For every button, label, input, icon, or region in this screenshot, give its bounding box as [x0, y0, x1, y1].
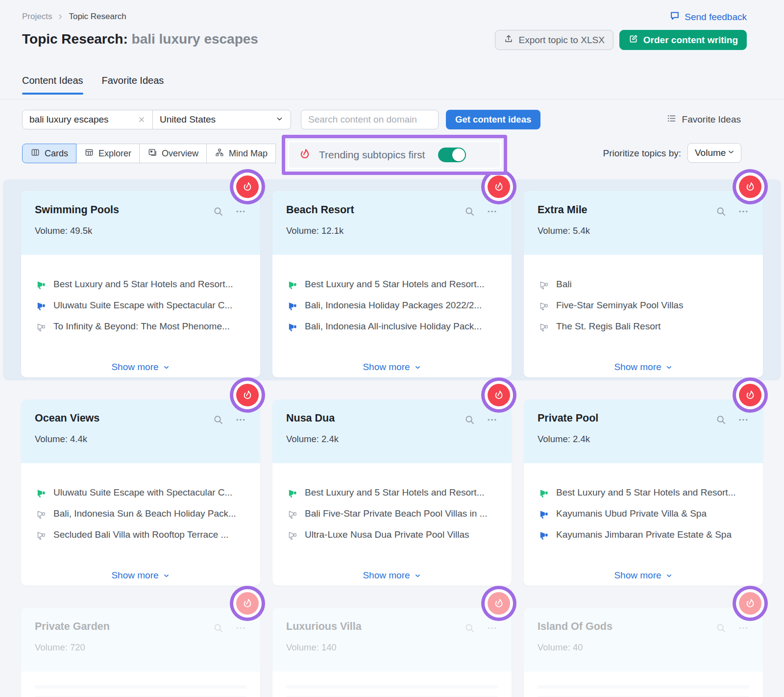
idea-list: Bali Five-Star Seminyak Pool Villas The … — [524, 255, 763, 332]
idea-item[interactable]: Bali, Indonesia Sun & Beach Holiday Pack… — [36, 508, 247, 520]
view-cards-button[interactable]: Cards — [22, 144, 76, 163]
view-overview-button[interactable]: Overview — [139, 144, 207, 163]
export-xlsx-button[interactable]: Export topic to XLSX — [495, 30, 613, 50]
idea-item[interactable]: Uluwatu Suite Escape with Spectacular C.… — [36, 299, 247, 311]
card-header: Private Garden Volume: 720 — [21, 608, 260, 672]
card-search-icon[interactable] — [714, 413, 728, 426]
idea-list: Uluwatu Suite Escape with Spectacular C.… — [21, 463, 260, 541]
topic-card: Ocean Views Volume: 4.4k Uluwatu Suite E… — [21, 399, 260, 586]
card-title: Swimming Pools — [35, 204, 119, 216]
idea-item[interactable]: Bali — [539, 278, 750, 290]
idea-item[interactable]: Bali, Indonesia Holiday Packages 2022/2.… — [287, 299, 499, 311]
order-content-writing-button[interactable]: Order content writing — [619, 30, 747, 50]
idea-item[interactable]: Ultra-Luxe Nusa Dua Private Pool Villas — [287, 529, 499, 541]
mind-map-icon — [215, 148, 224, 160]
card-search-icon[interactable] — [212, 205, 225, 218]
show-more-button[interactable]: Show more — [363, 362, 421, 373]
domain-search-input[interactable]: Search content on domain — [301, 110, 439, 129]
topic-research-page: Projects Topic Research Send feedback To… — [0, 0, 784, 697]
idea-item[interactable]: Best Luxury and 5 Star Hotels and Resort… — [287, 487, 499, 498]
idea-item[interactable]: Best Luxury and 5 Star Hotels and Resort… — [287, 278, 499, 290]
breadcrumb-projects[interactable]: Projects — [22, 12, 52, 22]
megaphone-icon — [36, 487, 47, 498]
megaphone-icon — [539, 279, 550, 290]
page-title-query: bali luxury escapes — [132, 31, 258, 47]
card-more-options-icon[interactable] — [234, 413, 247, 426]
card-more-options-icon[interactable] — [485, 205, 499, 218]
show-more-button[interactable]: Show more — [614, 570, 672, 581]
card-search-icon[interactable] — [463, 205, 476, 218]
send-feedback-link[interactable]: Send feedback — [669, 10, 747, 24]
fire-icon — [236, 384, 259, 406]
get-content-ideas-button[interactable]: Get content ideas — [446, 110, 540, 129]
megaphone-icon — [539, 300, 550, 311]
idea-list: Best Luxury and 5 Star Hotels and Resort… — [272, 255, 512, 332]
show-more-button[interactable]: Show more — [111, 362, 170, 373]
trending-toggle-switch[interactable] — [438, 148, 466, 162]
fire-icon — [739, 175, 761, 198]
prioritize-volume-select[interactable]: Volume — [687, 143, 741, 163]
card-title: Beach Resort — [286, 204, 354, 216]
card-more-options-icon[interactable] — [234, 205, 247, 218]
card-more-options-icon[interactable] — [736, 205, 750, 218]
card-search-icon[interactable] — [463, 622, 476, 635]
card-more-options-icon[interactable] — [485, 413, 499, 426]
view-explorer-button[interactable]: Explorer — [76, 144, 140, 163]
card-search-icon[interactable] — [714, 622, 728, 635]
tab-favorite-ideas[interactable]: Favorite Ideas — [102, 75, 164, 95]
card-search-icon[interactable] — [212, 622, 225, 635]
idea-text: Kayumanis Ubud Private Villa & Spa — [556, 508, 707, 519]
card-more-options-icon[interactable] — [234, 622, 247, 635]
idea-item[interactable]: Uluwatu Suite Escape with Spectacular C.… — [36, 487, 247, 498]
idea-text: Best Luxury and 5 Star Hotels and Resort… — [305, 487, 484, 498]
feedback-bubble-icon — [669, 10, 680, 24]
filter-row: bali luxury escapes United States Search… — [22, 110, 540, 129]
card-volume: Volume: 140 — [286, 642, 499, 653]
megaphone-icon — [287, 321, 298, 332]
idea-text: Bali, Indonesia All-inclusive Holiday Pa… — [305, 321, 482, 332]
favorite-ideas-link[interactable]: Favorite Ideas — [666, 113, 741, 126]
query-group: bali luxury escapes United States — [22, 110, 291, 129]
list-icon — [666, 113, 677, 126]
view-mind-map-button[interactable]: Mind Map — [206, 144, 276, 163]
card-volume: Volume: 2.4k — [286, 434, 499, 445]
idea-item[interactable]: Best Luxury and 5 Star Hotels and Resort… — [539, 487, 750, 498]
card-header: Swimming Pools Volume: 49.5k — [21, 191, 260, 255]
card-title: Ocean Views — [35, 412, 99, 424]
card-more-options-icon[interactable] — [485, 622, 499, 635]
trending-highlight-annotation: Trending subtopics first — [282, 135, 507, 175]
card-header: Beach Resort Volume: 12.1k — [272, 191, 512, 255]
idea-item[interactable]: Secluded Bali Villa with Rooftop Terrace… — [36, 529, 247, 541]
card-volume: Volume: 40 — [538, 642, 750, 653]
idea-item[interactable]: Kayumanis Jimbaran Private Estate & Spa — [539, 529, 750, 541]
idea-item[interactable]: Bali Five-Star Private Beach Pool Villas… — [287, 508, 499, 520]
topic-card: Extra Mile Volume: 5.4k Bali Five-Star S… — [524, 191, 763, 377]
trending-fire-badge — [733, 169, 768, 204]
clear-query-icon[interactable] — [137, 115, 147, 124]
idea-item[interactable]: Five-Star Seminyak Pool Villas — [539, 299, 750, 311]
country-select[interactable]: United States — [152, 110, 291, 129]
idea-text: Ultra-Luxe Nusa Dua Private Pool Villas — [305, 529, 469, 540]
show-more-button[interactable]: Show more — [363, 570, 421, 581]
fire-icon — [236, 175, 259, 198]
idea-list: Best Luxury and 5 Star Hotels and Resort… — [21, 255, 260, 332]
overview-view-icon — [147, 148, 157, 160]
show-more-button[interactable]: Show more — [614, 362, 672, 373]
idea-item[interactable]: Bali, Indonesia All-inclusive Holiday Pa… — [287, 321, 499, 332]
card-search-icon[interactable] — [463, 413, 476, 426]
idea-item[interactable]: The St. Regis Bali Resort — [539, 321, 750, 332]
idea-item[interactable]: Best Luxury and 5 Star Hotels and Resort… — [36, 278, 247, 290]
megaphone-icon — [287, 487, 298, 498]
query-input[interactable]: bali luxury escapes — [23, 110, 152, 129]
idea-item[interactable]: Kayumanis Ubud Private Villa & Spa — [539, 508, 750, 520]
card-search-icon[interactable] — [714, 205, 728, 218]
tab-content-ideas[interactable]: Content Ideas — [22, 75, 83, 95]
show-more-button[interactable]: Show more — [111, 570, 170, 581]
idea-list: Best Luxury and 5 Star Hotels and Resort… — [272, 463, 512, 541]
card-more-options-icon[interactable] — [736, 622, 750, 635]
faded-content-skeleton — [524, 672, 763, 697]
idea-item[interactable]: To Infinity & Beyond: The Most Phenome..… — [36, 321, 247, 332]
card-search-icon[interactable] — [212, 413, 225, 426]
card-more-options-icon[interactable] — [736, 413, 750, 426]
trending-fire-badge — [230, 169, 265, 204]
